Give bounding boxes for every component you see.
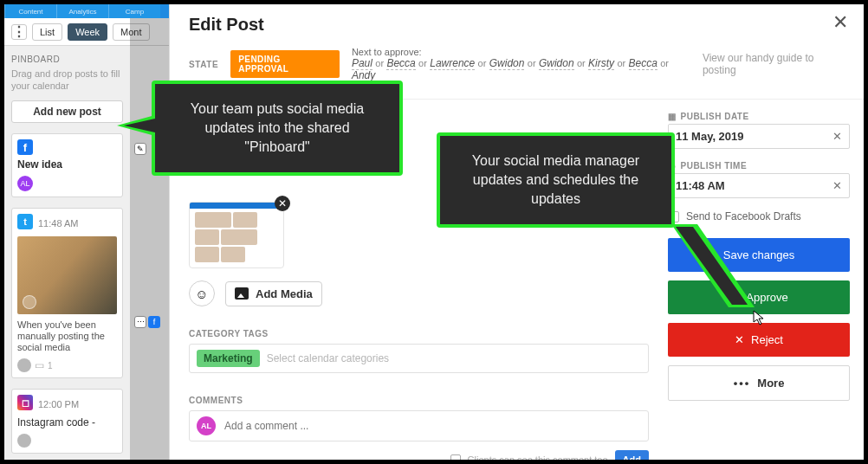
card-title: Instagram code - <box>17 416 117 429</box>
add-comment-button[interactable]: Add <box>615 450 649 461</box>
category-placeholder: Select calendar categories <box>267 352 389 364</box>
category-tags-input[interactable]: Marketing Select calendar categories <box>189 344 649 373</box>
nav-tab-campaigns[interactable]: Camp <box>108 4 160 18</box>
sidebar-heading: PINBOARD <box>11 55 123 64</box>
approvers-list: Next to approve: Paul or Becca or Lawren… <box>352 47 690 81</box>
approver-link[interactable]: Becca <box>386 57 415 70</box>
comments-label: COMMENTS <box>189 396 649 405</box>
comment-input[interactable] <box>224 420 641 432</box>
approver-link[interactable]: Becca <box>629 57 657 70</box>
clear-date-icon[interactable]: ✕ <box>832 130 842 143</box>
facebook-icon: f <box>17 139 33 155</box>
approver-link[interactable]: Gwidon <box>489 57 525 70</box>
cursor-icon <box>753 310 765 328</box>
image-icon <box>235 287 249 300</box>
send-drafts-label: Send to Facebook Drafts <box>686 210 801 222</box>
attached-media-card[interactable]: ✕ <box>189 202 284 268</box>
clear-time-icon[interactable]: ✕ <box>832 179 842 192</box>
clients-visible-label: Clients can see this comment too <box>468 454 608 461</box>
publish-time-field[interactable]: 11:48 AM ✕ <box>668 173 850 198</box>
view-week-button[interactable]: Week <box>68 23 107 41</box>
annotation-pinboard: Your team puts social media updates into… <box>152 81 403 176</box>
tag-marketing[interactable]: Marketing <box>197 350 260 367</box>
emoji-picker-button[interactable]: ☺ <box>189 280 215 306</box>
modal-title: Edit Post <box>189 15 264 35</box>
pinboard-card-instagram[interactable]: ◻ 12:00 PM Instagram code - <box>11 389 123 454</box>
publish-date-label: PUBLISH DATE <box>681 112 749 121</box>
card-desc: When you've been manually posting the so… <box>17 319 117 353</box>
remove-attachment-icon[interactable]: ✕ <box>275 196 290 211</box>
nav-tab-analytics[interactable]: Analytics <box>56 4 108 18</box>
approver-link[interactable]: Kirsty <box>588 57 614 70</box>
instagram-icon: ◻ <box>17 395 33 410</box>
more-icon[interactable]: ⋮ <box>11 24 27 40</box>
add-new-post-button[interactable]: Add new post <box>11 100 123 123</box>
more-button[interactable]: ••• More <box>668 365 850 401</box>
avatar <box>17 358 31 372</box>
pinboard-card-idea[interactable]: f New idea AL <box>11 133 123 197</box>
avatar: AL <box>197 416 216 435</box>
annotation-manager: Your social media manager updates and sc… <box>437 132 675 228</box>
twitter-icon: t <box>17 214 33 229</box>
approver-link[interactable]: Lawrence <box>430 57 475 70</box>
nav-tab-content[interactable]: Content <box>4 4 56 18</box>
approver-link[interactable]: Gwidon <box>539 57 574 70</box>
facebook-chip[interactable]: f <box>148 316 160 328</box>
top-nav-bar: Content Analytics Camp <box>4 4 169 18</box>
more-icon: ••• <box>734 377 751 390</box>
publish-date-field[interactable]: 11 May, 2019 ✕ <box>668 124 850 149</box>
posting-guide-link[interactable]: View our handy guide to posting <box>703 52 848 76</box>
edit-post-modal: Edit Post ✕ STATE PENDING APPROVAL Next … <box>169 4 865 461</box>
close-icon[interactable]: ✕ <box>832 15 848 30</box>
view-list-button[interactable]: List <box>32 23 62 41</box>
approver-link[interactable]: Paul <box>352 57 372 70</box>
drag-chip[interactable]: ⋯ <box>134 316 146 328</box>
attachment-icon: ▭ <box>35 359 44 371</box>
avatar <box>17 434 31 448</box>
pinboard-card-twitter[interactable]: t 11:48 AM When you've been manually pos… <box>11 208 123 378</box>
publish-time-label: PUBLISH TIME <box>681 161 748 171</box>
close-icon: ✕ <box>735 333 744 346</box>
add-media-button[interactable]: Add Media <box>225 281 322 306</box>
card-time: 11:48 AM <box>38 218 78 229</box>
media-thumb <box>17 236 117 314</box>
category-label: CATEGORY TAGS <box>189 329 649 338</box>
avatar: AL <box>17 176 33 191</box>
clients-visible-checkbox[interactable] <box>450 454 461 461</box>
pinboard-sidebar: PINBOARD Drag and drop posts to fill you… <box>4 46 130 461</box>
pending-approval-badge: PENDING APPROVAL <box>230 50 340 78</box>
state-label: STATE <box>189 60 218 69</box>
pencil-icon[interactable]: ✎ <box>134 143 146 155</box>
sidebar-hint: Drag and drop posts to fill your calenda… <box>11 68 123 92</box>
card-title: New idea <box>17 158 117 171</box>
calendar-icon: ▦ <box>668 112 677 121</box>
card-time: 12:00 PM <box>38 399 79 409</box>
svg-marker-1 <box>676 227 748 305</box>
annotation-arrow <box>671 224 758 319</box>
